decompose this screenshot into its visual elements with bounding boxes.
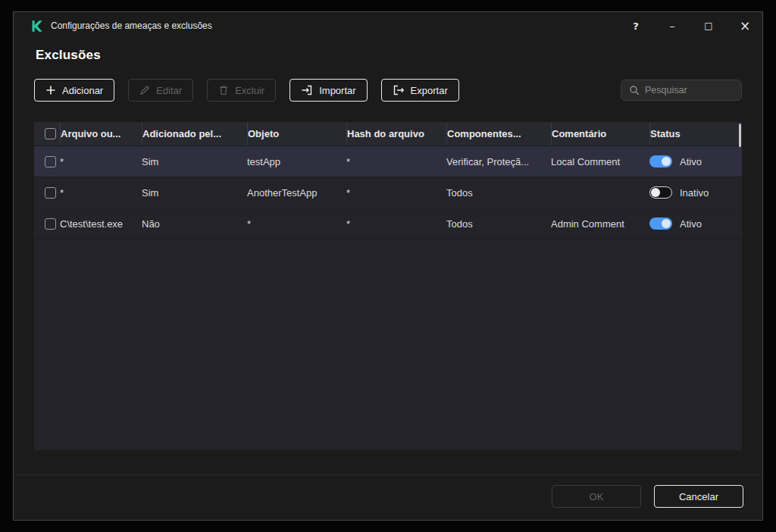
column-header-added-by[interactable]: Adicionado pel... bbox=[142, 122, 247, 146]
select-all-checkbox[interactable] bbox=[45, 128, 56, 139]
window-title: Configurações de ameaças e exclusões bbox=[51, 20, 212, 31]
search-input[interactable] bbox=[645, 85, 734, 95]
row-checkbox-cell bbox=[34, 187, 60, 199]
cell-added-by: Sim bbox=[142, 156, 247, 167]
column-header-object[interactable]: Objeto bbox=[247, 122, 346, 146]
exclusions-table: Arquivo ou... Adicionado pel... Objeto H… bbox=[34, 122, 742, 450]
help-button[interactable]: ? bbox=[625, 14, 646, 37]
kaspersky-logo-icon bbox=[30, 20, 43, 33]
app-window: Configurações de ameaças e exclusões ? –… bbox=[13, 11, 763, 521]
titlebar: Configurações de ameaças e exclusões ? –… bbox=[14, 12, 762, 39]
cell-object: testApp bbox=[247, 156, 346, 167]
cell-components: Todos bbox=[446, 187, 551, 199]
status-toggle[interactable] bbox=[649, 186, 672, 199]
status-label: Inativo bbox=[680, 187, 709, 199]
cell-file-or-folder: * bbox=[60, 156, 142, 167]
edit-button-label: Editar bbox=[156, 85, 182, 96]
delete-button[interactable]: Excluir bbox=[207, 79, 276, 102]
cell-file-or-folder: C\test\test.exe bbox=[60, 218, 142, 230]
cell-file-hash: * bbox=[346, 156, 446, 167]
cell-comment: Local Comment bbox=[551, 156, 649, 167]
maximize-button[interactable]: □ bbox=[698, 14, 719, 37]
add-button[interactable]: Adicionar bbox=[34, 79, 114, 102]
column-header-file[interactable]: Arquivo ou... bbox=[60, 122, 142, 146]
window-controls: ? – □ × bbox=[625, 14, 762, 37]
search-icon bbox=[629, 85, 640, 95]
column-header-comment[interactable]: Comentário bbox=[551, 122, 649, 146]
status-toggle[interactable] bbox=[649, 155, 672, 167]
row-checkbox-cell bbox=[34, 218, 60, 230]
import-icon bbox=[301, 84, 313, 96]
toggle-knob bbox=[662, 219, 671, 228]
status-label: Ativo bbox=[680, 156, 702, 167]
export-icon bbox=[393, 84, 405, 96]
ok-button[interactable]: OK bbox=[552, 485, 641, 508]
row-checkbox[interactable] bbox=[45, 187, 56, 199]
column-header-hash[interactable]: Hash do arquivo bbox=[346, 122, 446, 146]
status-label: Ativo bbox=[680, 218, 702, 230]
table-row[interactable]: C\test\test.exeNão**TodosAdmin CommentAt… bbox=[34, 208, 742, 239]
column-header-status[interactable]: Status bbox=[649, 122, 742, 146]
toolbar: Adicionar Editar Excluir Importar bbox=[34, 79, 742, 102]
status-toggle[interactable] bbox=[649, 217, 672, 230]
cell-added-by: Sim bbox=[142, 187, 247, 199]
scrollbar-thumb[interactable] bbox=[739, 124, 741, 147]
delete-button-label: Excluir bbox=[235, 85, 264, 96]
add-button-label: Adicionar bbox=[62, 85, 103, 96]
cell-object: AnotherTestApp bbox=[247, 187, 346, 199]
table-body: *SimtestApp*Verificar, Proteçã...Local C… bbox=[34, 146, 742, 239]
column-header-components[interactable]: Componentes... bbox=[446, 122, 551, 146]
toggle-knob bbox=[651, 188, 660, 197]
footer-divider bbox=[14, 474, 762, 475]
cell-object: * bbox=[247, 218, 346, 230]
import-button[interactable]: Importar bbox=[289, 79, 367, 102]
trash-icon bbox=[218, 85, 229, 95]
row-checkbox-cell bbox=[34, 156, 60, 167]
page-title: Exclusões bbox=[36, 48, 101, 63]
cell-components: Todos bbox=[446, 218, 551, 230]
cell-comment: Admin Comment bbox=[551, 218, 649, 230]
table-row[interactable]: *SimAnotherTestApp*TodosInativo bbox=[34, 177, 742, 208]
plus-icon bbox=[45, 85, 56, 95]
close-button[interactable]: × bbox=[734, 14, 756, 37]
import-button-label: Importar bbox=[319, 85, 355, 96]
export-button[interactable]: Exportar bbox=[381, 79, 459, 102]
export-button-label: Exportar bbox=[411, 85, 448, 96]
cancel-button[interactable]: Cancelar bbox=[654, 485, 743, 508]
cell-status: Ativo bbox=[649, 155, 742, 167]
table-row[interactable]: *SimtestApp*Verificar, Proteçã...Local C… bbox=[34, 146, 742, 177]
footer: OK Cancelar bbox=[552, 485, 743, 508]
cell-components: Verificar, Proteçã... bbox=[446, 156, 551, 167]
cell-file-hash: * bbox=[346, 187, 446, 199]
minimize-button[interactable]: – bbox=[662, 14, 683, 37]
cell-file-hash: * bbox=[346, 218, 446, 230]
edit-button[interactable]: Editar bbox=[128, 79, 193, 102]
table-header: Arquivo ou... Adicionado pel... Objeto H… bbox=[34, 122, 742, 146]
pencil-icon bbox=[139, 85, 150, 95]
cell-file-or-folder: * bbox=[60, 187, 142, 199]
toggle-knob bbox=[662, 157, 671, 166]
row-checkbox[interactable] bbox=[45, 218, 56, 230]
cell-added-by: Não bbox=[142, 218, 247, 230]
cell-status: Ativo bbox=[649, 217, 742, 230]
row-checkbox[interactable] bbox=[45, 156, 56, 167]
cell-status: Inativo bbox=[649, 186, 742, 199]
select-all-cell bbox=[34, 122, 60, 146]
search-box[interactable] bbox=[621, 80, 742, 101]
